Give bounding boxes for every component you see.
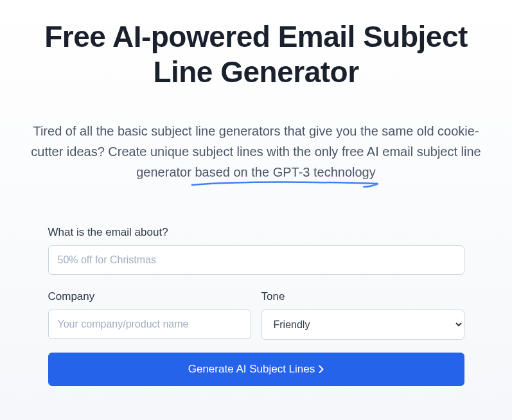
company-label: Company [48,290,251,303]
tone-label: Tone [261,290,464,303]
underline-decoration-icon [191,180,379,189]
subtitle-highlight-text: based on the GPT-3 technology [195,165,375,179]
generator-form: What is the email about? Company Tone Fr… [48,226,464,386]
generate-button[interactable]: Generate AI Subject Lines [48,353,464,386]
company-input[interactable] [48,310,251,339]
email-about-label: What is the email about? [48,226,464,239]
page-title: Free AI-powered Email Subject Line Gener… [26,19,486,90]
page-subtitle: Tired of all the basic subject line gene… [26,121,486,182]
generate-button-label: Generate AI Subject Lines [188,363,315,376]
tone-select[interactable]: Friendly [261,310,464,340]
chevron-right-icon [319,365,324,373]
email-about-input[interactable] [48,245,464,275]
subtitle-highlight: based on the GPT-3 technology [195,162,375,182]
